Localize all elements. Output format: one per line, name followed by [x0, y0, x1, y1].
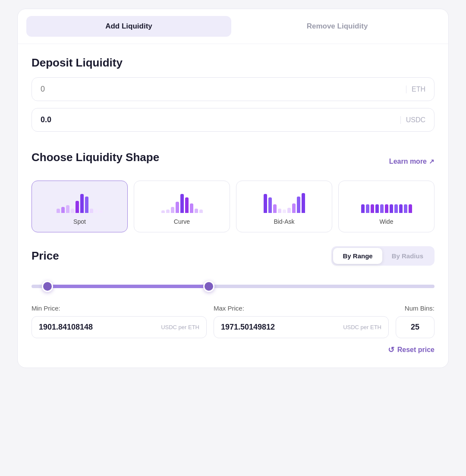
shape-card-spot[interactable]: Spot — [31, 181, 128, 232]
bar — [366, 204, 369, 213]
bar — [390, 204, 393, 213]
bar — [380, 204, 384, 213]
bins-group: Num Bins: 25 — [396, 305, 435, 338]
reset-price-button[interactable]: ↺ Reset price — [388, 345, 435, 355]
bar — [94, 209, 98, 213]
reset-label: Reset price — [397, 346, 435, 354]
tab-add-liquidity[interactable]: Add Liquidity — [26, 16, 231, 37]
bar — [375, 204, 379, 213]
price-slider[interactable] — [31, 278, 435, 295]
min-price-value[interactable]: 1901.84108148 — [39, 323, 93, 332]
bar — [99, 210, 103, 213]
bar — [371, 204, 374, 213]
bidask-chart — [264, 190, 305, 213]
bidask-label: Bid-Ask — [274, 218, 294, 225]
learn-more-link[interactable]: Learn more ↗ — [389, 158, 435, 165]
bar — [199, 209, 203, 213]
usdc-input[interactable] — [41, 115, 395, 124]
shape-section: Choose Liquidity Shape Learn more ↗ — [18, 139, 448, 232]
wide-chart — [361, 190, 412, 213]
eth-input[interactable] — [41, 85, 401, 94]
bar — [394, 204, 398, 213]
min-price-group: Min Price: 1901.84108148 USDC per ETH — [31, 305, 207, 338]
toggle-by-radius[interactable]: By Radius — [382, 248, 433, 264]
bar — [85, 197, 88, 213]
slider-thumb-left[interactable] — [42, 281, 53, 292]
shape-card-wide[interactable]: Wide — [338, 181, 435, 232]
bar — [171, 207, 174, 213]
bins-label: Num Bins: — [396, 305, 435, 312]
curve-label: Curve — [174, 218, 190, 225]
price-toggle-group: By Range By Radius — [331, 246, 435, 266]
bar — [361, 204, 365, 213]
bar — [180, 194, 184, 213]
bar — [287, 208, 291, 213]
slider-thumb-right[interactable] — [203, 281, 214, 292]
bar — [283, 209, 286, 213]
bar — [61, 207, 65, 213]
reset-icon: ↺ — [388, 345, 394, 355]
usdc-unit: USDC — [400, 116, 425, 124]
bar — [273, 204, 277, 213]
deposit-title: Deposit Liquidity — [31, 56, 435, 70]
tab-bar: Add Liquidity Remove Liquidity — [18, 9, 448, 44]
deposit-section: Deposit Liquidity ETH USDC — [18, 44, 448, 132]
max-price-value[interactable]: 1971.50149812 — [221, 323, 275, 332]
slider-fill — [47, 285, 209, 288]
bar — [76, 201, 79, 213]
price-section: Price By Range By Radius Min Price: 1901… — [18, 232, 448, 338]
reset-row: ↺ Reset price — [18, 338, 448, 355]
bar — [90, 209, 93, 213]
min-price-unit: USDC per ETH — [161, 324, 199, 330]
bar — [264, 194, 267, 213]
bar — [268, 197, 272, 213]
spot-chart — [57, 190, 103, 213]
max-price-label: Max Price: — [214, 305, 389, 312]
bar — [302, 193, 305, 213]
min-price-label: Min Price: — [31, 305, 207, 312]
external-link-icon: ↗ — [429, 158, 435, 165]
max-price-group: Max Price: 1971.50149812 USDC per ETH — [214, 305, 389, 338]
max-price-unit: USDC per ETH — [343, 324, 381, 330]
bar — [57, 209, 60, 213]
eth-unit: ETH — [406, 86, 425, 93]
bar — [385, 204, 388, 213]
bar — [190, 203, 193, 213]
bar — [66, 205, 69, 213]
shape-header: Choose Liquidity Shape Learn more ↗ — [31, 151, 435, 172]
bar — [278, 209, 281, 213]
toggle-by-range[interactable]: By Range — [333, 248, 382, 264]
wide-label: Wide — [380, 218, 394, 225]
tab-remove-liquidity[interactable]: Remove Liquidity — [235, 16, 440, 37]
bins-value[interactable]: 25 — [411, 323, 419, 332]
bar — [409, 204, 412, 213]
shape-card-bid-ask[interactable]: Bid-Ask — [236, 181, 332, 232]
bar — [404, 204, 407, 213]
bar — [195, 209, 198, 213]
bar — [292, 203, 296, 213]
bar — [161, 210, 165, 213]
price-title: Price — [31, 249, 59, 263]
spot-label: Spot — [73, 218, 86, 225]
price-header: Price By Range By Radius — [31, 246, 435, 266]
min-price-box: 1901.84108148 USDC per ETH — [31, 316, 207, 338]
eth-input-box: ETH — [31, 77, 435, 101]
shape-cards-grid: Spot Curve — [31, 181, 435, 232]
usdc-input-box: USDC — [31, 108, 435, 132]
bar — [297, 197, 300, 213]
bar — [185, 197, 189, 213]
bar — [176, 202, 179, 213]
price-inputs-row: Min Price: 1901.84108148 USDC per ETH Ma… — [31, 305, 435, 338]
shape-card-curve[interactable]: Curve — [134, 181, 230, 232]
bar — [71, 209, 74, 213]
max-price-box: 1971.50149812 USDC per ETH — [214, 316, 389, 338]
main-card: Add Liquidity Remove Liquidity Deposit L… — [17, 9, 449, 368]
shape-title: Choose Liquidity Shape — [31, 151, 159, 164]
bar — [399, 204, 403, 213]
learn-more-text: Learn more — [389, 158, 427, 165]
bins-input-box: 25 — [396, 316, 435, 338]
bar — [166, 209, 170, 213]
curve-chart — [161, 190, 203, 213]
bar — [80, 194, 84, 213]
